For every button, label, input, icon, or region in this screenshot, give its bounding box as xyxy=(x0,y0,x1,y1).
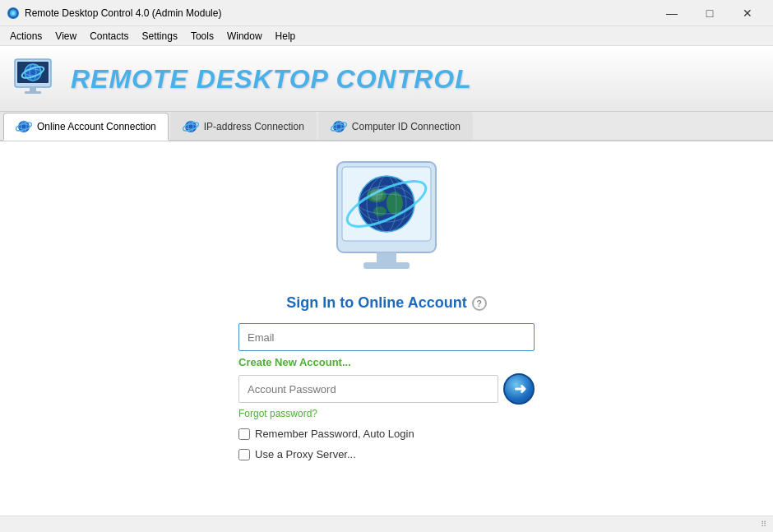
menu-settings[interactable]: Settings xyxy=(136,29,184,44)
logo-text: REMOTE DESKTOP CONTROL xyxy=(71,66,472,92)
menu-contacts[interactable]: Contacts xyxy=(83,29,135,44)
menu-tools[interactable]: Tools xyxy=(184,29,220,44)
forgot-password-link[interactable]: Forgot password? xyxy=(238,408,535,419)
header: REMOTE DESKTOP CONTROL xyxy=(0,46,773,112)
password-row: ➜ xyxy=(238,373,535,405)
svg-point-38 xyxy=(370,187,383,201)
close-button[interactable]: ✕ xyxy=(729,0,766,26)
tab-computer-id[interactable]: Computer ID Connection xyxy=(318,112,473,140)
email-input[interactable] xyxy=(238,323,535,351)
remember-password-row: Remember Password, Auto Login xyxy=(238,428,535,440)
svg-rect-11 xyxy=(25,91,41,94)
logo-icon xyxy=(13,56,59,102)
menu-help[interactable]: Help xyxy=(269,29,303,44)
tab-online-icon xyxy=(16,120,32,133)
menu-actions[interactable]: Actions xyxy=(3,29,49,44)
tab-computerid-icon xyxy=(331,120,347,133)
use-proxy-label[interactable]: Use a Proxy Server... xyxy=(255,448,356,460)
app-icon xyxy=(7,7,20,20)
menu-view[interactable]: View xyxy=(49,29,83,44)
tab-ip-label: IP-address Connection xyxy=(204,121,304,132)
sign-in-title: Sign In to Online Account ? xyxy=(286,294,486,312)
tab-ip-address[interactable]: IP-address Connection xyxy=(170,112,317,140)
form-container: Create New Account... ➜ Forgot password?… xyxy=(238,323,535,460)
status-bar: ⠿ xyxy=(0,516,773,532)
tab-computerid-label: Computer ID Connection xyxy=(352,121,461,132)
tab-online-account[interactable]: Online Account Connection xyxy=(3,113,169,141)
title-bar-controls: — □ ✕ xyxy=(653,0,766,26)
tab-online-label: Online Account Connection xyxy=(37,121,156,132)
title-bar: Remote Desktop Control 4.0 (Admin Module… xyxy=(0,0,773,26)
remember-password-checkbox[interactable] xyxy=(238,428,250,440)
minimize-button[interactable]: — xyxy=(653,0,691,26)
tabs-bar: Online Account Connection IP-address Con… xyxy=(0,112,773,141)
remember-password-label[interactable]: Remember Password, Auto Login xyxy=(255,428,414,440)
globe-svg xyxy=(321,158,452,281)
use-proxy-row: Use a Proxy Server... xyxy=(238,448,535,460)
tab-ip-icon xyxy=(183,120,199,133)
arrow-right-icon: ➜ xyxy=(514,380,526,398)
globe-illustration xyxy=(321,158,452,281)
use-proxy-checkbox[interactable] xyxy=(238,449,250,460)
title-bar-left: Remote Desktop Control 4.0 (Admin Module… xyxy=(7,7,221,20)
sign-in-title-text: Sign In to Online Account xyxy=(286,294,466,312)
maximize-button[interactable]: □ xyxy=(691,0,729,26)
menu-window[interactable]: Window xyxy=(220,29,269,44)
svg-rect-27 xyxy=(363,262,410,269)
submit-button[interactable]: ➜ xyxy=(503,373,535,405)
title-bar-text: Remote Desktop Control 4.0 (Admin Module… xyxy=(25,7,221,19)
main-content: Sign In to Online Account ? Create New A… xyxy=(0,141,773,516)
password-input[interactable] xyxy=(238,375,498,403)
resize-grip: ⠿ xyxy=(761,520,766,529)
help-icon[interactable]: ? xyxy=(472,296,487,311)
menu-bar: Actions View Contacts Settings Tools Win… xyxy=(0,26,773,46)
svg-point-2 xyxy=(12,12,15,15)
create-account-link[interactable]: Create New Account... xyxy=(238,356,535,368)
svg-rect-26 xyxy=(377,252,396,264)
svg-point-31 xyxy=(373,206,386,216)
